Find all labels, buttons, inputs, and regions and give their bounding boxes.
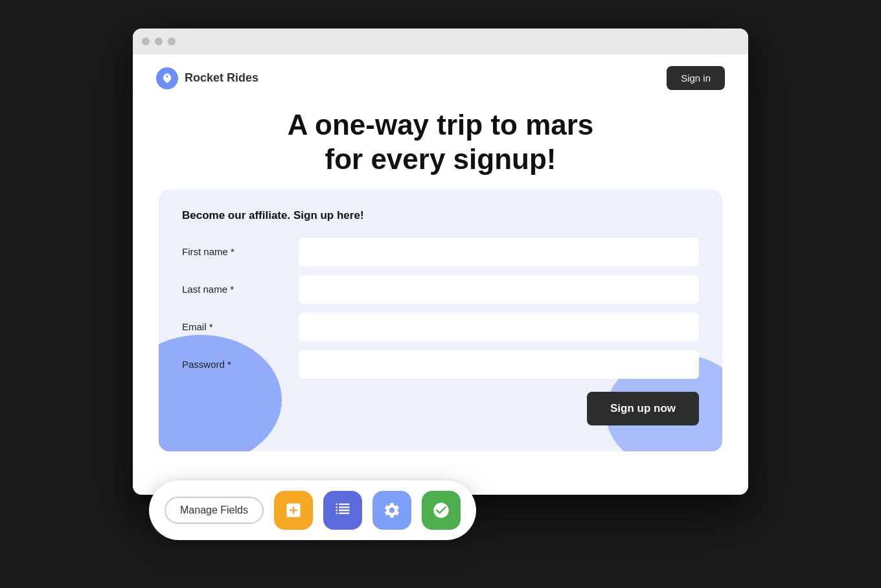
form-subtitle: Become our affiliate. Sign up here!	[182, 209, 699, 222]
browser-dot-2	[155, 38, 163, 45]
browser-dot-3	[168, 38, 176, 45]
password-label: Password *	[182, 359, 299, 370]
logo-text: Rocket Rides	[185, 71, 258, 85]
first-name-label: First name *	[182, 246, 299, 257]
logo-area: Rocket Rides	[156, 67, 258, 89]
browser-window: Rocket Rides Sign in A one-way trip to m…	[133, 28, 748, 495]
logo-icon	[156, 67, 178, 89]
browser-dot-1	[142, 38, 150, 45]
check-icon-button[interactable]	[422, 491, 461, 530]
form-actions: Sign up now	[182, 392, 699, 425]
add-field-icon-button[interactable]	[274, 491, 313, 530]
settings-icon-button[interactable]	[372, 491, 411, 530]
form-grid: First name * Last name * Email * Passwor…	[182, 238, 699, 379]
first-name-input[interactable]	[299, 238, 699, 266]
signup-button[interactable]: Sign up now	[587, 392, 699, 425]
last-name-label: Last name *	[182, 284, 299, 295]
floating-toolbar: Manage Fields	[149, 481, 476, 540]
hero-title: A one-way trip to mars for every signup!	[133, 102, 748, 190]
sign-in-button[interactable]: Sign in	[667, 66, 725, 90]
list-icon-button[interactable]	[323, 491, 362, 530]
app-header: Rocket Rides Sign in	[133, 54, 748, 102]
hero-heading: A one-way trip to mars for every signup!	[159, 108, 722, 177]
form-section: Become our affiliate. Sign up here! Firs…	[159, 190, 722, 451]
password-input[interactable]	[299, 350, 699, 379]
email-label: Email *	[182, 321, 299, 332]
scene: Rocket Rides Sign in A one-way trip to m…	[117, 28, 764, 560]
manage-fields-button[interactable]: Manage Fields	[165, 497, 264, 524]
last-name-input[interactable]	[299, 275, 699, 304]
browser-titlebar	[133, 28, 748, 54]
browser-content: Rocket Rides Sign in A one-way trip to m…	[133, 54, 748, 495]
email-input[interactable]	[299, 313, 699, 341]
